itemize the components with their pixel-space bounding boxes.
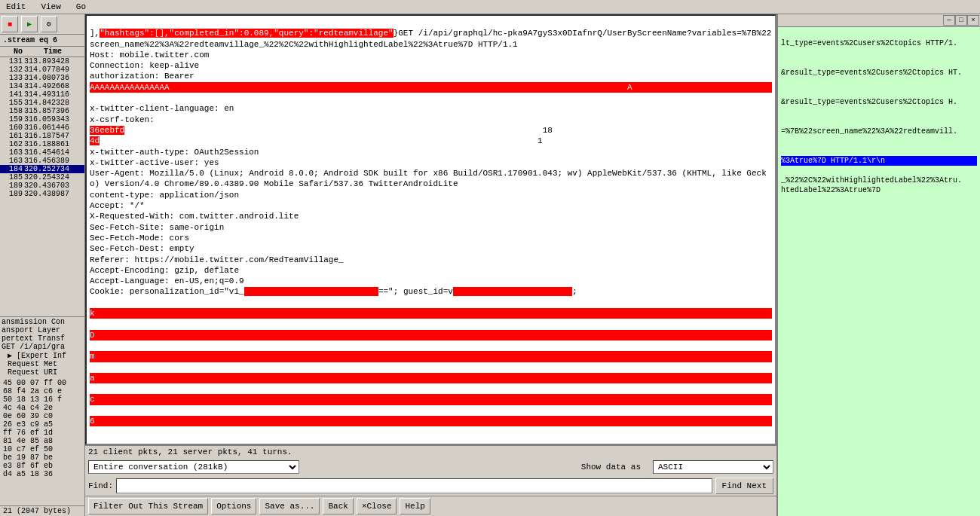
content-type-line: content-type: application/json — [90, 191, 239, 200]
status-text: 21 (2047 bytes) — [3, 507, 71, 515]
stop-icon: ■ — [8, 20, 12, 29]
right-line-highlighted: %3Atrue%7D HTTP/1.1\r\n — [781, 156, 977, 166]
right-line — [781, 78, 786, 87]
find-input[interactable] — [116, 478, 712, 493]
tree-item[interactable]: Request URI — [2, 368, 83, 377]
menu-go[interactable]: Go — [73, 2, 89, 12]
tree-item[interactable]: ▶ [Expert Inf — [2, 351, 83, 360]
right-line — [781, 147, 786, 155]
stop-button[interactable]: ■ — [2, 16, 18, 32]
request-line: ],"hashtags":[],"completed_in":0.089,"qu… — [90, 29, 771, 48]
packet-row[interactable]: 141314.493116 — [0, 90, 84, 99]
right-line: _%22%2C%22withHighlightedLabel%22%3Atru. — [781, 176, 962, 185]
cookie-line: Cookie: personalization_id="v1_ =="; gue… — [90, 287, 577, 296]
save-as-btn[interactable]: Save as... — [259, 498, 320, 514]
packet-row[interactable]: 163316.454614 — [0, 148, 84, 157]
menu-view[interactable]: View — [38, 2, 63, 12]
packet-row[interactable]: 155314.842328 — [0, 99, 84, 107]
help-btn[interactable]: Help — [400, 498, 430, 514]
find-next-button[interactable]: Find Next — [715, 478, 773, 494]
connection-line: Connection: keep-alive — [90, 61, 199, 70]
right-line — [781, 137, 786, 145]
tree-item[interactable]: ansport Layer — [2, 326, 83, 334]
accept-language-line: Accept-Language: en-US,en;q=0.9 — [90, 276, 244, 285]
accept-encoding-line: Accept-Encoding: gzip, deflate — [90, 266, 239, 275]
tree-item[interactable]: Request Met — [2, 360, 83, 368]
find-bar: Find: Find Next — [85, 476, 776, 496]
col-no: No — [0, 47, 24, 56]
packet-header: No Time — [0, 47, 84, 57]
redacted-block-6: 6 — [90, 416, 772, 426]
redacted-block-4: a — [90, 373, 772, 383]
filter-bar: .stream eq 6 — [0, 35, 84, 47]
tree-item[interactable]: pertext Transf — [2, 334, 83, 343]
packet-row[interactable]: 189320.438987 — [0, 190, 84, 198]
col-time: Time — [24, 47, 63, 56]
user-agent-line: User-Agent: Mozilla/5.0 (Linux; Android … — [90, 169, 767, 188]
right-line — [781, 118, 786, 126]
menu-bar: Edit View Go — [0, 0, 980, 14]
right-stream-content[interactable]: lt_type=events%2Cusers%2Ctopics HTTP/1. … — [778, 27, 980, 516]
packet-row[interactable]: 131313.893428 — [0, 57, 84, 66]
csrf-value-line: 36eebfd 18 — [90, 126, 553, 135]
tree-item[interactable]: GET /i/api/gra — [2, 343, 83, 351]
packet-row[interactable]: 161316.187547 — [0, 132, 84, 140]
maximize-btn[interactable]: □ — [955, 15, 967, 26]
token-4d-line: 4d 1 — [90, 136, 543, 145]
right-line — [781, 49, 786, 57]
packet-row[interactable]: 189320.436703 — [0, 182, 84, 190]
sec-fetch-mode-line: Sec-Fetch-Mode: cors — [90, 234, 189, 243]
redacted-block-5: c — [90, 394, 772, 405]
packet-row[interactable]: 158315.857396 — [0, 107, 84, 115]
right-line: htedLabel%22%3Atrue%7D — [781, 186, 880, 194]
close-btn[interactable]: ×Close — [357, 498, 397, 514]
menu-edit[interactable]: Edit — [3, 2, 29, 12]
bottom-buttons: Filter Out This Stream Options Save as..… — [85, 496, 776, 516]
find-label: Find: — [88, 481, 113, 490]
csrf-label-line: x-csrf-token: — [90, 115, 155, 124]
close-right-btn[interactable]: × — [967, 15, 979, 26]
stream-controls: Entire conversation (281kB) Show data as… — [85, 458, 776, 476]
lang-line: x-twitter-client-language: en — [90, 104, 234, 113]
stream-controls-area: 21 client pkts, 21 server pkts, 41 turns… — [85, 445, 776, 516]
packet-row[interactable]: 160316.061446 — [0, 124, 84, 132]
packet-row[interactable]: 132314.077849 — [0, 66, 84, 74]
packet-row[interactable]: 185320.254324 — [0, 173, 84, 182]
right-line: lt_type=events%2Cusers%2Ctopics HTTP/1. — [781, 39, 957, 47]
auth-line: authorization: Bearer — [90, 72, 194, 81]
right-line: =%7B%22screen_name%22%3A%22redteamvill. — [781, 127, 957, 136]
packet-row[interactable]: 133314.080736 — [0, 74, 84, 82]
options-btn[interactable]: Options — [211, 498, 256, 514]
stats-text: 21 client pkts, 21 server pkts, 41 turns… — [88, 447, 292, 456]
packet-row[interactable]: 163316.456389 — [0, 157, 84, 165]
settings-icon: ⚙ — [47, 20, 51, 29]
settings-button[interactable]: ⚙ — [41, 16, 57, 32]
filter-out-btn[interactable]: Filter Out This Stream — [88, 498, 208, 514]
minimize-btn[interactable]: ─ — [943, 15, 955, 26]
redacted-block-2: D — [90, 330, 772, 340]
sec-fetch-site-line: Sec-Fetch-Site: same-origin — [90, 223, 224, 232]
host-line: Host: mobile.twitter.com — [90, 50, 209, 60]
packet-row[interactable]: 162316.188861 — [0, 140, 84, 148]
packet-row[interactable]: 134314.492668 — [0, 82, 84, 90]
right-line: &result_type=events%2Cusers%2Ctopics H. — [781, 98, 957, 106]
packet-row[interactable]: 184320.252734 — [0, 165, 84, 173]
right-panel: ─ □ × lt_type=events%2Cusers%2Ctopics HT… — [776, 14, 980, 516]
go-button[interactable]: ▶ — [21, 16, 38, 32]
tree-item[interactable]: ansmission Con — [2, 318, 83, 326]
packet-row[interactable]: 159316.059343 — [0, 115, 84, 124]
redacted-block-3: m — [90, 351, 772, 362]
show-data-label: Show data as — [581, 463, 641, 472]
hex-panel: 45 00 07 ff 00 68 f4 2a c6 e 50 18 13 16… — [0, 377, 84, 505]
auth-value-line: AAAAAAAAAAAAAAAA A — [90, 82, 772, 93]
encoding-dropdown[interactable]: ASCII — [653, 460, 773, 474]
auth-type-line: x-twitter-auth-type: OAuth2Session — [90, 148, 259, 157]
left-toolbar: ■ ▶ ⚙ — [0, 14, 84, 35]
right-line: &result_type=events%2Cusers%2Ctopics HT. — [781, 69, 962, 77]
back-btn[interactable]: Back — [323, 498, 353, 514]
packet-table[interactable]: No Time 131313.893428 132314.077849 1333… — [0, 47, 84, 316]
right-panel-toolbar: ─ □ × — [778, 14, 980, 27]
stream-content[interactable]: ],"hashtags":[],"completed_in":0.089,"qu… — [85, 14, 776, 445]
x-requested-line: X-Requested-With: com.twitter.android.li… — [90, 212, 299, 221]
conversation-dropdown[interactable]: Entire conversation (281kB) — [88, 460, 299, 474]
